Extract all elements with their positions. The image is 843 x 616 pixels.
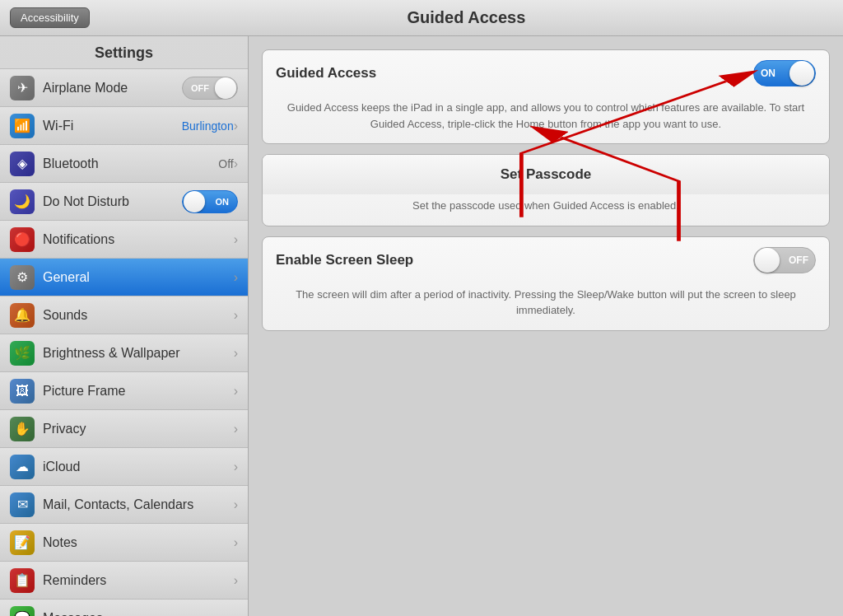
icloud-chevron-icon: ›: [234, 460, 238, 474]
notes-label: Notes: [43, 535, 234, 550]
do-not-disturb-icon: 🌙: [10, 189, 35, 214]
privacy-label: Privacy: [43, 422, 234, 436]
picture-frame-label: Picture Frame: [43, 384, 234, 399]
sidebar-item-general[interactable]: ⚙General›: [0, 259, 248, 296]
reminders-label: Reminders: [43, 573, 234, 588]
icloud-label: iCloud: [43, 460, 234, 474]
mail-chevron-icon: ›: [234, 497, 238, 512]
general-label: General: [43, 270, 234, 285]
sidebar-item-mail[interactable]: ✉Mail, Contacts, Calendars›: [0, 486, 248, 524]
messages-chevron-icon: ›: [234, 611, 238, 617]
screen-sleep-label: Enable Screen Sleep: [276, 252, 753, 268]
sidebar-item-do-not-disturb[interactable]: 🌙Do Not DisturbON: [0, 183, 248, 221]
notifications-label: Notifications: [43, 232, 234, 247]
sidebar-title: Settings: [0, 36, 248, 69]
airplane-mode-label: Airplane Mode: [43, 81, 182, 96]
sidebar: Settings ✈Airplane ModeOFF📶Wi-FiBurlingt…: [0, 36, 249, 616]
icloud-icon: ☁: [10, 455, 35, 479]
airplane-mode-toggle-knob: [215, 77, 236, 99]
guided-access-toggle-knob: [789, 61, 814, 86]
general-icon: ⚙: [10, 265, 35, 290]
set-passcode-section: Set Passcode Set the passcode used when …: [262, 154, 830, 226]
set-passcode-description: Set the passcode used when Guided Access…: [263, 194, 829, 226]
sidebar-item-bluetooth[interactable]: ◈BluetoothOff ›: [0, 145, 248, 183]
sidebar-item-notifications[interactable]: 🔴Notifications›: [0, 221, 248, 259]
do-not-disturb-toggle-label: ON: [211, 197, 235, 207]
notes-chevron-icon: ›: [234, 535, 238, 550]
messages-icon: 💬: [10, 606, 35, 617]
page-title: Guided Access: [90, 8, 843, 27]
sounds-chevron-icon: ›: [234, 308, 238, 323]
wifi-label: Wi-Fi: [43, 119, 182, 133]
set-passcode-button[interactable]: Set Passcode: [263, 155, 829, 194]
guided-access-row: Guided Access ON: [263, 50, 829, 96]
reminders-icon: 📋: [10, 568, 35, 593]
sidebar-item-notes[interactable]: 📝Notes›: [0, 524, 248, 562]
guided-access-toggle[interactable]: ON: [753, 60, 816, 86]
do-not-disturb-toggle[interactable]: ON: [182, 190, 238, 213]
messages-label: Messages: [43, 611, 234, 617]
guided-access-section: Guided Access ON Guided Access keeps the…: [262, 49, 830, 144]
header: Accessibility Guided Access: [0, 0, 843, 36]
general-chevron-icon: ›: [234, 270, 238, 285]
picture-frame-icon: 🖼: [10, 379, 35, 404]
sidebar-item-picture-frame[interactable]: 🖼Picture Frame›: [0, 372, 248, 410]
airplane-mode-toggle-label: OFF: [186, 83, 214, 93]
sidebar-item-airplane-mode[interactable]: ✈Airplane ModeOFF: [0, 69, 248, 107]
sidebar-item-reminders[interactable]: 📋Reminders›: [0, 562, 248, 600]
bluetooth-label: Bluetooth: [43, 156, 218, 171]
sidebar-item-brightness[interactable]: 🌿Brightness & Wallpaper›: [0, 334, 248, 372]
notifications-icon: 🔴: [10, 227, 35, 252]
notifications-chevron-icon: ›: [234, 232, 238, 247]
screen-sleep-toggle-label: OFF: [789, 254, 808, 266]
right-panel: Guided Access ON Guided Access keeps the…: [249, 36, 843, 616]
brightness-chevron-icon: ›: [234, 346, 238, 361]
wifi-icon: 📶: [10, 114, 35, 138]
brightness-label: Brightness & Wallpaper: [43, 346, 234, 361]
main-content: Settings ✈Airplane ModeOFF📶Wi-FiBurlingt…: [0, 36, 843, 616]
sidebar-item-sounds[interactable]: 🔔Sounds›: [0, 296, 248, 334]
privacy-chevron-icon: ›: [234, 422, 238, 436]
mail-icon: ✉: [10, 492, 35, 517]
wifi-chevron-icon: ›: [234, 119, 238, 133]
bluetooth-chevron-icon: ›: [234, 156, 238, 171]
airplane-mode-icon: ✈: [10, 76, 35, 100]
sidebar-item-privacy[interactable]: ✋Privacy›: [0, 410, 248, 448]
screen-sleep-section: Enable Screen Sleep OFF The screen will …: [262, 236, 830, 331]
screen-sleep-toggle[interactable]: OFF: [753, 247, 816, 273]
brightness-icon: 🌿: [10, 341, 35, 366]
notes-icon: 📝: [10, 530, 35, 555]
guided-access-label: Guided Access: [276, 65, 753, 82]
reminders-chevron-icon: ›: [234, 573, 238, 588]
breadcrumb-button[interactable]: Accessibility: [10, 7, 90, 28]
airplane-mode-toggle[interactable]: OFF: [182, 77, 238, 100]
wifi-value: Burlington: [182, 119, 234, 133]
screen-sleep-row: Enable Screen Sleep OFF: [263, 237, 829, 283]
do-not-disturb-toggle-knob: [184, 191, 205, 212]
mail-label: Mail, Contacts, Calendars: [43, 497, 234, 512]
screen-sleep-description: The screen will dim after a period of in…: [263, 283, 829, 330]
screen-sleep-toggle-knob: [755, 248, 780, 273]
bluetooth-value: Off: [218, 157, 233, 170]
sidebar-item-icloud[interactable]: ☁iCloud›: [0, 448, 248, 486]
sidebar-item-messages[interactable]: 💬Messages›: [0, 600, 248, 616]
right-content-wrapper: Guided Access ON Guided Access keeps the…: [262, 49, 830, 331]
guided-access-toggle-label: ON: [761, 68, 775, 79]
sounds-label: Sounds: [43, 308, 234, 323]
sidebar-item-wifi[interactable]: 📶Wi-FiBurlington ›: [0, 107, 248, 145]
picture-frame-chevron-icon: ›: [234, 384, 238, 399]
privacy-icon: ✋: [10, 417, 35, 441]
guided-access-description: Guided Access keeps the iPad in a single…: [263, 96, 829, 143]
do-not-disturb-label: Do Not Disturb: [43, 194, 182, 209]
sounds-icon: 🔔: [10, 303, 35, 328]
bluetooth-icon: ◈: [10, 152, 35, 176]
